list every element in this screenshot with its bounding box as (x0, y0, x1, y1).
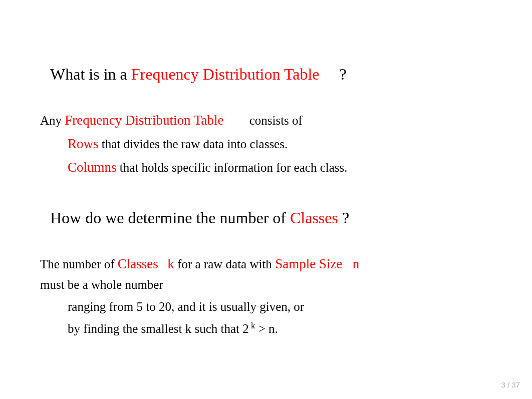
page-number: 3 / 37 (501, 380, 520, 389)
heading2-qmark: ? (338, 209, 349, 227)
s2-l1-red1: Classes (118, 256, 158, 271)
s1-l3-red: Columns (68, 160, 117, 175)
s2-l1-mid: for a raw data with (177, 257, 275, 271)
section1-line1: Any Frequency Distribution Table consist… (40, 110, 492, 131)
s2-l2: must be a whole number (40, 278, 163, 291)
heading1-red-term: Frequency Distribution Table (131, 65, 320, 83)
s1-l1-post: consists of (246, 114, 303, 127)
s2-l3: ranging from 5 to 20, and it is usually … (68, 300, 304, 313)
s2-l1-var2: n (353, 256, 360, 271)
page-total: 37 (511, 380, 520, 389)
heading1-pre: What is in a (50, 65, 131, 83)
section2-line1: The number of Classes k for a raw data w… (40, 253, 492, 275)
section2-line4: by finding the smallest k such that 2 k … (40, 319, 492, 339)
s1-l2-red: Rows (68, 136, 99, 151)
s2-l4-pre: by finding the smallest k such that 2 (68, 322, 249, 335)
heading1-qmark: ? (340, 65, 347, 83)
section2-line3: ranging from 5 to 20, and it is usually … (40, 297, 492, 317)
s2-l4-post: > n. (255, 322, 278, 335)
s2-l1-red2: Sample Size (275, 256, 342, 271)
section1-heading: What is in a Frequency Distribution Tabl… (40, 65, 492, 84)
section2-body: The number of Classes k for a raw data w… (40, 253, 492, 339)
s1-l1-pre: Any (40, 114, 65, 127)
section2-heading: How do we determine the number of Classe… (40, 209, 492, 227)
heading2-pre: How do we determine the number of (50, 209, 290, 227)
page-separator: / (505, 380, 512, 389)
page-current: 3 (501, 380, 505, 389)
s1-l2-post: that divides the raw data into classes. (99, 137, 288, 151)
heading2-red-term: Classes (290, 209, 338, 227)
s2-l1-pre: The number of (40, 257, 118, 271)
section1-line2: Rows that divides the raw data into clas… (40, 133, 492, 155)
s2-l1-var1: k (167, 256, 174, 271)
s2-l4-sup: k (249, 321, 255, 330)
s1-l3-post: that holds specific information for each… (117, 161, 348, 174)
section2-line2: must be a whole number (40, 275, 492, 295)
s1-l1-red: Frequency Distribution Table (65, 113, 223, 128)
section1-body: Any Frequency Distribution Table consist… (40, 110, 492, 179)
section1-line3: Columns that holds specific information … (40, 157, 492, 178)
